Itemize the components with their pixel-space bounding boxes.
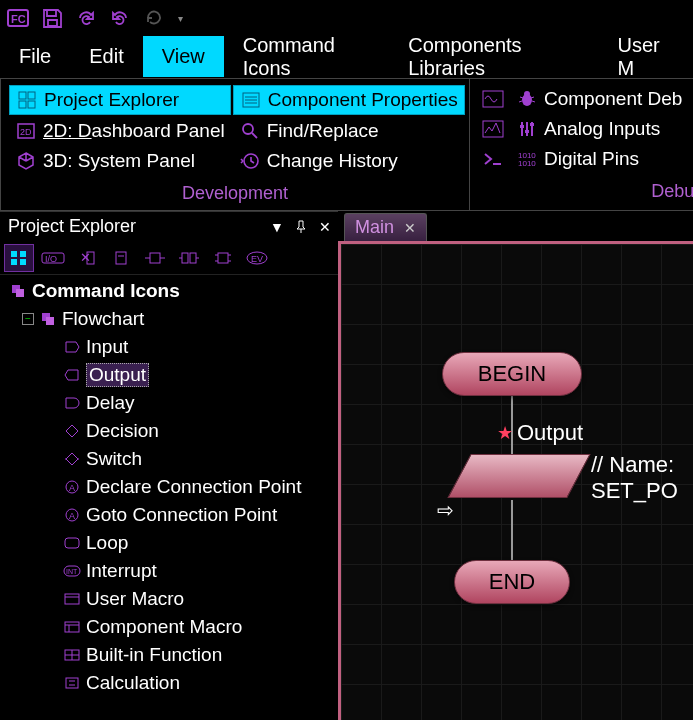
chip-view-icon[interactable] (208, 244, 238, 272)
tree-item-builtin-function[interactable]: Built-in Function (0, 641, 338, 669)
hbox2-view-icon[interactable] (174, 244, 204, 272)
editor-area: BEGIN ★ Output ⇨ // Name: SET_PO END (338, 241, 693, 720)
ribbon-group-development: Project Explorer 2D 2D: Dashboard Panel … (0, 78, 470, 211)
calc-icon (62, 673, 82, 693)
cmacro-icon (62, 617, 82, 637)
tree-item-decision[interactable]: Decision (0, 417, 338, 445)
flowchart-canvas[interactable]: BEGIN ★ Output ⇨ // Name: SET_PO END (338, 241, 693, 720)
system-panel-button[interactable]: 3D: System Panel (9, 147, 231, 175)
end-node[interactable]: END (454, 560, 570, 604)
redo-icon[interactable] (72, 4, 100, 32)
tree-item-loop[interactable]: Loop (0, 529, 338, 557)
ribbon-label: Component Deb (544, 88, 682, 110)
svg-text:2D: 2D (20, 127, 32, 137)
grid-view-icon[interactable] (4, 244, 34, 272)
tree-item-component-macro[interactable]: Component Macro (0, 613, 338, 641)
menu-bar: File Edit View Command Icons Components … (0, 36, 693, 78)
terminal-button[interactable] (478, 145, 508, 173)
switch-icon (62, 449, 82, 469)
save-icon[interactable] (38, 4, 66, 32)
panel-title: Project Explorer (4, 216, 262, 237)
change-history-button[interactable]: Change History (233, 147, 465, 175)
io-view-icon[interactable]: I/O (38, 244, 68, 272)
tree-item-declare-point[interactable]: ADeclare Connection Point (0, 473, 338, 501)
tree-item-calculation[interactable]: Calculation (0, 669, 338, 697)
menu-command-icons[interactable]: Command Icons (224, 36, 390, 77)
dashboard-panel-button[interactable]: 2D 2D: Dashboard Panel (9, 117, 231, 145)
x-filter-icon[interactable]: ✕ (72, 244, 102, 272)
oscilloscope-button[interactable] (478, 85, 508, 113)
menu-view[interactable]: View (143, 36, 224, 77)
tab-close-icon[interactable]: ✕ (404, 220, 416, 236)
output-node[interactable] (447, 454, 590, 498)
svg-rect-4 (19, 101, 26, 108)
tab-main[interactable]: Main ✕ (344, 213, 427, 241)
ribbon-label: Component Properties (268, 89, 458, 111)
svg-line-13 (252, 133, 257, 138)
grid-icon (16, 89, 38, 111)
tree-label: Delay (86, 392, 135, 414)
tree-group-flowchart[interactable]: − Flowchart (0, 305, 338, 333)
tree-item-output[interactable]: Output (0, 361, 338, 389)
svg-rect-58 (46, 317, 54, 325)
insert-arrow-icon[interactable]: ⇨ (437, 498, 454, 522)
tree-item-interrupt[interactable]: INTInterrupt (0, 557, 338, 585)
toolbar-dropdown-icon[interactable]: ▾ (174, 4, 186, 32)
node-label: Output (517, 420, 583, 446)
svg-rect-15 (483, 91, 503, 107)
svg-text:I/O: I/O (45, 254, 57, 264)
ev-view-icon[interactable]: EV (242, 244, 272, 272)
analog-inputs-button[interactable]: Analog Inputs (510, 115, 688, 143)
ribbon-label: 2D: Dashboard Panel (43, 120, 225, 142)
find-replace-button[interactable]: Find/Replace (233, 117, 465, 145)
project-explorer-button[interactable]: Project Explorer (9, 85, 231, 115)
explorer-toolbar: I/O ✕ EV (0, 241, 338, 275)
ribbon: Project Explorer 2D 2D: Dashboard Panel … (0, 78, 693, 211)
quick-access-toolbar: FC ▾ (0, 0, 693, 36)
tree-item-user-macro[interactable]: User Macro (0, 585, 338, 613)
panel-pin-icon[interactable] (292, 218, 310, 236)
component-debug-button[interactable]: Component Deb (510, 85, 688, 113)
tree-item-goto-point[interactable]: AGoto Connection Point (0, 501, 338, 529)
tree-label: Command Icons (32, 280, 180, 302)
svg-rect-56 (16, 289, 24, 297)
svg-rect-45 (190, 253, 196, 263)
svg-rect-2 (19, 92, 26, 99)
collapse-icon[interactable]: − (22, 313, 34, 325)
svg-line-21 (519, 101, 522, 102)
tab-strip: Main ✕ (338, 211, 693, 241)
component-properties-button[interactable]: Component Properties (233, 85, 465, 115)
stack-icon (8, 281, 28, 301)
tree-label: Declare Connection Point (86, 476, 301, 498)
refresh-step-icon[interactable] (140, 4, 168, 32)
scope-button[interactable] (478, 115, 508, 143)
begin-node[interactable]: BEGIN (442, 352, 582, 396)
undo-icon[interactable] (106, 4, 134, 32)
app-logo-icon[interactable]: FC (4, 4, 32, 32)
tree-item-input[interactable]: Input (0, 333, 338, 361)
search-icon (239, 120, 261, 142)
binary-icon: 10101010 (516, 148, 538, 170)
hbox-view-icon[interactable] (140, 244, 170, 272)
panel-dropdown-icon[interactable]: ▼ (268, 218, 286, 236)
tree-root[interactable]: Command Icons (0, 277, 338, 305)
svg-rect-41 (150, 253, 160, 263)
menu-edit[interactable]: Edit (70, 36, 142, 77)
svg-rect-66 (65, 594, 79, 604)
explorer-panel-header: Project Explorer ▼ ✕ (0, 211, 338, 241)
ribbon-group-debug: Component Deb Analog Inputs 10101010 Dig… (470, 78, 693, 211)
tree-item-delay[interactable]: Delay (0, 389, 338, 417)
ribbon-label: Analog Inputs (544, 118, 660, 140)
menu-file[interactable]: File (0, 36, 70, 77)
node-label: BEGIN (478, 361, 546, 387)
stack-icon (38, 309, 58, 329)
panel-2d-icon: 2D (15, 120, 37, 142)
digital-pins-button[interactable]: 10101010 Digital Pins (510, 145, 688, 173)
flow-connector (511, 500, 513, 560)
block-view-icon[interactable] (106, 244, 136, 272)
tree-item-switch[interactable]: Switch (0, 445, 338, 473)
panel-close-icon[interactable]: ✕ (316, 218, 334, 236)
svg-rect-74 (66, 678, 78, 688)
menu-components-libraries[interactable]: Components Libraries (389, 36, 598, 77)
menu-user[interactable]: User M (599, 36, 693, 77)
